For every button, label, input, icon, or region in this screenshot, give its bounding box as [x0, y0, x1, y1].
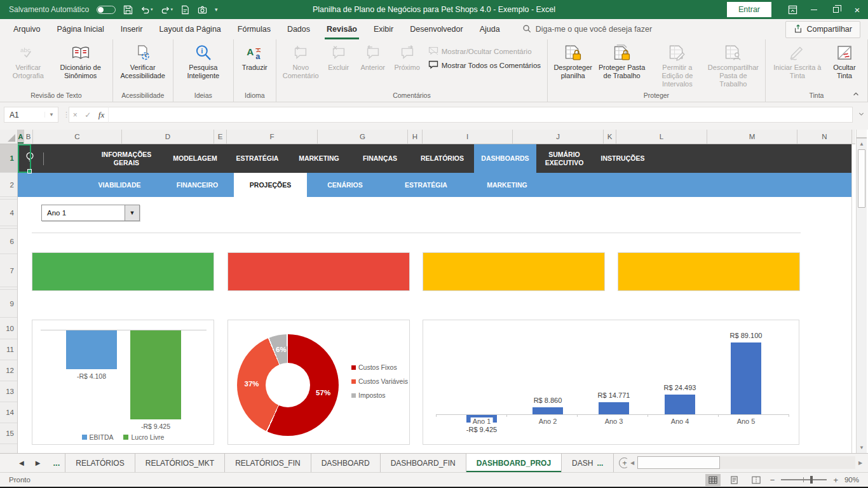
- sheet-tab-dash[interactable]: DASH...: [562, 454, 614, 472]
- camera-icon[interactable]: [198, 5, 207, 15]
- vertical-scrollbar[interactable]: ▲ ▼: [856, 130, 867, 453]
- verificar-acessibilidade-button[interactable]: Verificar Acessibilidade: [117, 41, 169, 91]
- share-button[interactable]: Compartilhar: [785, 21, 860, 38]
- name-box[interactable]: A1 ▼: [4, 107, 58, 123]
- column-header-m[interactable]: M: [707, 130, 797, 144]
- nav-item-financas[interactable]: FINANÇAS: [349, 144, 410, 173]
- nav-item-dashboards[interactable]: DASHBOARDS: [474, 144, 536, 173]
- menu-tab-dados[interactable]: Dados: [279, 19, 318, 39]
- row-header-6[interactable]: 6: [0, 229, 17, 254]
- column-header-g[interactable]: G: [318, 130, 408, 144]
- redo-icon[interactable]: ▾: [161, 5, 173, 15]
- column-header-d[interactable]: D: [122, 130, 214, 144]
- zoom-slider-thumb[interactable]: [810, 476, 813, 484]
- hscroll-thumb[interactable]: [637, 456, 720, 469]
- column-header-k[interactable]: K: [604, 130, 616, 144]
- sheet-tab-relatorios-fin[interactable]: RELATÓRIOS_FIN: [225, 454, 311, 472]
- column-header-b[interactable]: B: [24, 130, 33, 144]
- nav-item-estrategia[interactable]: ESTRATÉGIA: [226, 144, 288, 173]
- column-header-i[interactable]: I: [423, 130, 513, 144]
- zoom-out-button[interactable]: −: [770, 475, 775, 485]
- sheet-tab-dashboard[interactable]: DASHBOARD: [311, 454, 381, 472]
- scroll-up-icon[interactable]: ▲: [857, 139, 867, 149]
- sheet-next-icon[interactable]: ▶: [36, 459, 41, 466]
- sheet-tab-relatorios[interactable]: RELATÓRIOS: [65, 454, 135, 472]
- row-header-9[interactable]: 9: [0, 290, 17, 318]
- pesquisa-inteligente-button[interactable]: iPesquisa Inteligente: [177, 41, 229, 91]
- subnav-item-marketing[interactable]: MARKETING: [469, 173, 545, 197]
- page-layout-view-button[interactable]: [727, 474, 742, 486]
- column-header-j[interactable]: J: [513, 130, 604, 144]
- sheet-tab-dashboard-fin[interactable]: DASHBOARD_FIN: [381, 454, 466, 472]
- row-header-7[interactable]: 7: [0, 254, 17, 287]
- row-header-10[interactable]: 10: [0, 318, 17, 339]
- name-box-dropdown-icon[interactable]: ▼: [44, 112, 58, 118]
- split-handle[interactable]: [857, 130, 867, 139]
- ocultar-tinta-button[interactable]: Ocultar Tinta: [825, 41, 864, 91]
- sheet-tab-relatorios-mkt[interactable]: RELATÓRIOS_MKT: [135, 454, 225, 472]
- menu-tab-revisao[interactable]: Revisão: [318, 19, 365, 39]
- tell-me-search[interactable]: Diga-me o que você deseja fazer: [522, 19, 652, 39]
- subnav-item-cenarios[interactable]: CENÁRIOS: [307, 173, 383, 197]
- dicionario-de-sinonimos-button[interactable]: Dicionário de Sinônimos: [53, 41, 109, 91]
- menu-tab-layout-da-pagina[interactable]: Layout da Página: [151, 19, 229, 39]
- column-header-f[interactable]: F: [227, 130, 318, 144]
- subnav-item-projecoes[interactable]: PROJEÇÕES: [234, 173, 307, 197]
- ribbon-display-options-icon[interactable]: [782, 0, 803, 19]
- print-preview-icon[interactable]: [180, 5, 190, 15]
- proteger-pasta-de-trabalho-button[interactable]: Proteger Pasta de Trabalho: [594, 41, 649, 91]
- autosave-toggle[interactable]: [97, 6, 116, 14]
- row-header-4[interactable]: 4: [0, 200, 17, 226]
- subnav-item-estrategia[interactable]: ESTRATÉGIA: [383, 173, 469, 197]
- menu-tab-formulas[interactable]: Fórmulas: [229, 19, 279, 39]
- vscroll-thumb[interactable]: [858, 149, 865, 208]
- zoom-in-button[interactable]: +: [833, 475, 838, 485]
- subnav-item-viabilidade[interactable]: VIABILIDADE: [78, 173, 161, 197]
- mostrar-todos-os-comentarios-button[interactable]: Mostrar Todos os Comentários: [428, 60, 541, 71]
- cancel-icon[interactable]: ×: [73, 111, 78, 119]
- column-header-e[interactable]: E: [214, 130, 227, 144]
- close-button[interactable]: ×: [846, 0, 868, 19]
- insert-function-icon[interactable]: fx: [98, 110, 104, 120]
- nav-item-informacoes-gerais[interactable]: INFORMAÇÕES GERAIS: [89, 144, 164, 173]
- row-header-2[interactable]: 2: [0, 173, 17, 197]
- row-header-1[interactable]: 1: [0, 144, 17, 173]
- desproteger-planilha-button[interactable]: Desproteger planilha: [552, 41, 594, 91]
- column-header-n[interactable]: N: [797, 130, 852, 144]
- menu-tab-inserir[interactable]: Inserir: [112, 19, 151, 39]
- formula-bar-expand-icon[interactable]: [858, 111, 865, 119]
- nav-item-modelagem[interactable]: MODELAGEM: [164, 144, 226, 173]
- enter-icon[interactable]: ✓: [85, 111, 91, 119]
- restore-button[interactable]: [825, 0, 846, 19]
- normal-view-button[interactable]: [705, 474, 721, 486]
- traduzir-button[interactable]: AaTraduzir: [238, 41, 272, 91]
- row-header-15[interactable]: 15: [0, 423, 17, 444]
- hscroll-track[interactable]: [720, 456, 855, 469]
- zoom-slider[interactable]: [781, 479, 827, 480]
- column-header-l[interactable]: L: [616, 130, 707, 144]
- row-header-11[interactable]: 11: [0, 339, 17, 360]
- select-all-corner[interactable]: [0, 130, 18, 144]
- customize-qat-icon[interactable]: ▾: [215, 6, 218, 13]
- page-break-view-button[interactable]: [749, 474, 764, 486]
- undo-icon[interactable]: ▾: [140, 5, 153, 15]
- menu-tab-pagina-inicial[interactable]: Página Inicial: [48, 19, 112, 39]
- menu-tab-desenvolvedor[interactable]: Desenvolvedor: [402, 19, 471, 39]
- dropdown-arrow-icon[interactable]: ▼: [125, 205, 139, 220]
- sheet-overflow-indicator[interactable]: ...: [48, 454, 65, 472]
- sign-in-button[interactable]: Entrar: [727, 2, 771, 17]
- formula-input[interactable]: [108, 107, 853, 123]
- hscroll-right-icon[interactable]: ▶: [855, 456, 865, 469]
- menu-tab-arquivo[interactable]: Arquivo: [5, 19, 48, 39]
- row-header-14[interactable]: 14: [0, 402, 17, 423]
- nav-item-relatorios[interactable]: RELATÓRIOS: [410, 144, 474, 173]
- nav-item-instrucoes[interactable]: INSTRUÇÕES: [592, 144, 653, 173]
- collapse-ribbon-icon[interactable]: [850, 89, 862, 99]
- column-header-a[interactable]: A: [18, 130, 24, 144]
- year-dropdown[interactable]: Ano 1 ▼: [41, 205, 140, 221]
- save-icon[interactable]: [123, 5, 133, 15]
- menu-tab-ajuda[interactable]: Ajuda: [471, 19, 508, 39]
- hscroll-left-icon[interactable]: ◀: [627, 456, 637, 469]
- horizontal-scrollbar[interactable]: ◀ ▶: [627, 456, 865, 469]
- subnav-item-financeiro[interactable]: FINANCEIRO: [161, 173, 234, 197]
